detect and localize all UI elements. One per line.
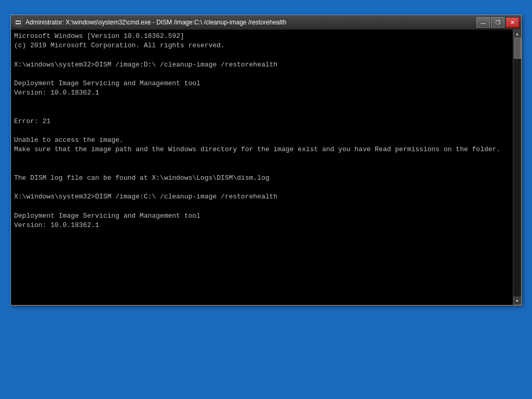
window-title: Administrator: X:\windows\system32\cmd.e…: [25, 19, 286, 26]
minimize-button[interactable]: [476, 17, 490, 28]
scroll-up-button[interactable]: ▲: [513, 30, 522, 38]
console-output: Microsoft Windows [Version 10.0.18362.59…: [14, 32, 510, 230]
window-controls: [476, 17, 519, 28]
title-bar-left: Administrator: X:\windows\system32\cmd.e…: [14, 18, 286, 26]
scrollbar[interactable]: ▲ ▼: [513, 30, 521, 305]
scroll-track[interactable]: [513, 38, 521, 297]
title-bar: Administrator: X:\windows\system32\cmd.e…: [11, 15, 521, 30]
scroll-down-button[interactable]: ▼: [513, 297, 522, 305]
console-content[interactable]: Microsoft Windows [Version 10.0.18362.59…: [11, 30, 513, 305]
close-button[interactable]: [506, 17, 519, 28]
scroll-thumb[interactable]: [514, 38, 521, 59]
cmd-icon-inner: [16, 20, 21, 24]
console-body: Microsoft Windows [Version 10.0.18362.59…: [11, 30, 521, 305]
cmd-window: Administrator: X:\windows\system32\cmd.e…: [10, 15, 522, 305]
cmd-icon: [14, 18, 22, 26]
restore-button[interactable]: [491, 17, 504, 28]
